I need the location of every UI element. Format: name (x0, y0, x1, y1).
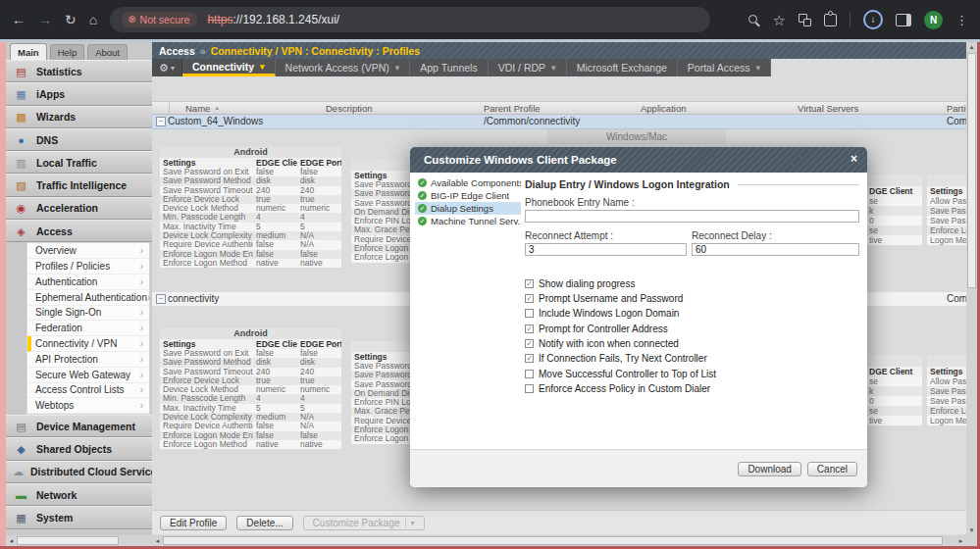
scroll-up-icon[interactable]: ▴ (966, 42, 977, 52)
checkbox-show-dialing-progress[interactable]: ✓ (525, 279, 534, 288)
breadcrumb-section[interactable]: Access (159, 45, 195, 57)
back-icon[interactable]: ← (12, 13, 26, 26)
row-name[interactable]: Custom_64_Windows (168, 116, 263, 126)
column-header-application[interactable]: Application (641, 103, 686, 114)
phonebook-entry-input[interactable] (525, 210, 859, 223)
sidebar-item-device-management[interactable]: ▤Device Management (6, 415, 152, 437)
submenu-item-connectivity-vpn[interactable]: Connectivity / VPN› (27, 336, 149, 352)
submenu-item-authentication[interactable]: Authentication› (27, 274, 149, 290)
dialog-header[interactable]: Customize Windows Client Package × (410, 147, 867, 173)
scroll-left-icon[interactable]: ◂ (6, 535, 17, 546)
download-icon[interactable]: ↓ (863, 10, 883, 29)
checkbox-if-connection-fails-try-next-controller[interactable]: ✓ (525, 354, 534, 363)
download-button[interactable]: Download (738, 462, 800, 476)
row-name[interactable]: connectivity (168, 293, 219, 304)
tab-connectivity[interactable]: Connectivity▾ (182, 59, 276, 76)
extensions-icon[interactable] (824, 14, 837, 26)
sidebar-item-traffic-intelligence[interactable]: ▨Traffic Intelligence (6, 174, 152, 196)
security-chip[interactable]: ⊗ Not secure (122, 12, 197, 27)
address-bar[interactable]: ⊗ Not secure https://192.168.1.245/xui/ (110, 7, 710, 32)
submenu-item-federation[interactable]: Federation› (27, 321, 149, 336)
table-header-cell: DGE Client (866, 367, 921, 376)
submenu-item-label: Profiles / Policies (35, 261, 110, 272)
column-header-partition[interactable]: Partition (947, 103, 968, 114)
tree-item-machine-tunnel-serv[interactable]: ✓Machine Tunnel Serv... (415, 215, 521, 227)
expand-row-icon[interactable]: − (156, 117, 166, 126)
tab-vdi-rdp[interactable]: VDI / RDP▾ (489, 59, 567, 76)
sidebar-item-local-traffic[interactable]: ▥Local Traffic (6, 151, 152, 174)
close-icon[interactable]: × (851, 152, 857, 166)
sidebar-item-system[interactable]: ▦System (6, 506, 152, 528)
sidebar-item-access[interactable]: ◈Access (6, 220, 152, 242)
breadcrumb-path[interactable]: Connectivity / VPN : Connectivity : Prof… (211, 45, 421, 57)
sidebar-horizontal-scrollbar[interactable]: ◂ (6, 535, 152, 546)
tab-portal-access[interactable]: Portal Access▾ (678, 59, 771, 76)
sidebar-tab-about[interactable]: About (87, 44, 128, 60)
sidebar-item-statistics[interactable]: ▤Statistics (6, 60, 152, 82)
sidebar-item-dns[interactable]: ●DNS (6, 128, 152, 151)
submenu-item-webtops[interactable]: Webtops› (27, 398, 149, 414)
tab-options-menu[interactable]: ⚙ ▾ (152, 59, 182, 76)
reload-icon[interactable]: ↻ (65, 13, 77, 26)
tab-app-tunnels[interactable]: App Tunnels (410, 59, 488, 76)
submenu-item-secure-web-gateway[interactable]: Secure Web Gateway› (27, 368, 149, 383)
table-cell: Device Lock Method (160, 385, 253, 394)
sidebar-item-acceleration[interactable]: ◉Acceleration (6, 197, 152, 220)
reconnect-delay-input[interactable] (692, 243, 859, 256)
sidebar-tab-main[interactable]: Main (10, 43, 47, 60)
submenu-item-profiles-policies[interactable]: Profiles / Policies› (27, 259, 149, 274)
cancel-button[interactable]: Cancel (807, 462, 857, 476)
submenu-item-access-control-lists[interactable]: Access Control Lists› (27, 383, 149, 399)
expand-row-icon[interactable]: − (156, 294, 166, 304)
submenu-item-single-sign-on[interactable]: Single Sign-On› (27, 306, 149, 322)
column-header-parent-profile[interactable]: Parent Profile (484, 103, 541, 114)
checkbox-move-successful-controller-to-top-of-list[interactable] (525, 370, 534, 378)
profile-avatar[interactable]: N (924, 11, 943, 29)
browser-menu-icon[interactable]: ⋮ (955, 14, 968, 26)
checkbox-prompt-username-and-password[interactable]: ✓ (525, 294, 534, 303)
search-icon[interactable] (748, 14, 760, 26)
forward-icon[interactable]: → (38, 13, 52, 26)
table-header-row: Settings (927, 186, 967, 196)
tree-item-big-ip-edge-client[interactable]: ✓BIG-IP Edge Client (415, 189, 521, 202)
tree-item-dialup-settings[interactable]: ✓Dialup Settings (415, 202, 521, 215)
platform-tab-windows-mac[interactable]: Windows/Mac (547, 129, 726, 144)
sidebar-item-shared-objects[interactable]: ◆Shared Objects (6, 437, 152, 460)
sidebar-scrollbar-thumb[interactable] (17, 536, 119, 545)
checkbox-notify-with-icon-when-connected[interactable]: ✓ (525, 339, 534, 348)
tree-item-label: BIG-IP Edge Client (431, 190, 509, 201)
horizontal-scrollbar-thumb[interactable] (163, 536, 943, 545)
translate-icon[interactable] (799, 14, 811, 26)
home-icon[interactable]: ⌂ (89, 13, 97, 26)
vertical-scrollbar[interactable]: ▴ ▾ (966, 42, 977, 535)
side-panel-icon[interactable] (896, 14, 911, 26)
sidebar-item-iapps[interactable]: ▦iApps (6, 82, 152, 105)
checkbox-enforce-access-policy-in-custom-dialer[interactable] (525, 384, 534, 393)
scroll-right-icon[interactable]: ▸ (955, 535, 966, 546)
submenu-item-ephemeral-authentication[interactable]: Ephemeral Authentication› (27, 290, 149, 306)
tab-network-access-vpn[interactable]: Network Access (VPN)▾ (276, 59, 411, 76)
sidebar-item-wizards[interactable]: ▩Wizards (6, 106, 152, 128)
sidebar-tab-help[interactable]: Help (50, 44, 85, 60)
scroll-down-icon[interactable]: ▾ (966, 525, 977, 535)
delete-button[interactable]: Delete... (236, 516, 292, 530)
edit-profile-button[interactable]: Edit Profile (160, 516, 227, 530)
customize-package-button[interactable]: Customize Package ▾ (303, 516, 425, 530)
vertical-scrollbar-thumb[interactable] (967, 53, 976, 288)
table-row[interactable]: − Custom_64_Windows /Common/connectivity… (152, 115, 966, 129)
submenu-item-api-protection[interactable]: API Protection› (27, 352, 149, 368)
column-header-virtual-servers[interactable]: Virtual Servers (798, 103, 858, 114)
reconnect-attempt-input[interactable] (525, 243, 687, 256)
tab-microsoft-exchange[interactable]: Microsoft Exchange (567, 59, 678, 76)
horizontal-scrollbar[interactable]: ◂ ▸ (152, 535, 966, 546)
checkbox-include-windows-logon-domain[interactable] (525, 309, 534, 318)
column-header-description[interactable]: Description (326, 103, 373, 114)
bookmark-star-icon[interactable]: ☆ (773, 13, 786, 27)
tree-item-available-components[interactable]: ✓Available Components (415, 176, 521, 189)
scroll-left-icon[interactable]: ◂ (152, 535, 163, 546)
column-header-name[interactable]: Name▲ (185, 103, 220, 114)
submenu-item-overview[interactable]: Overview› (27, 243, 149, 259)
sidebar-item-distributed-cloud-services[interactable]: ☁Distributed Cloud Services (6, 461, 152, 483)
sidebar-item-network[interactable]: ▬Network (6, 483, 152, 506)
checkbox-prompt-for-controller-address[interactable]: ✓ (525, 324, 534, 333)
